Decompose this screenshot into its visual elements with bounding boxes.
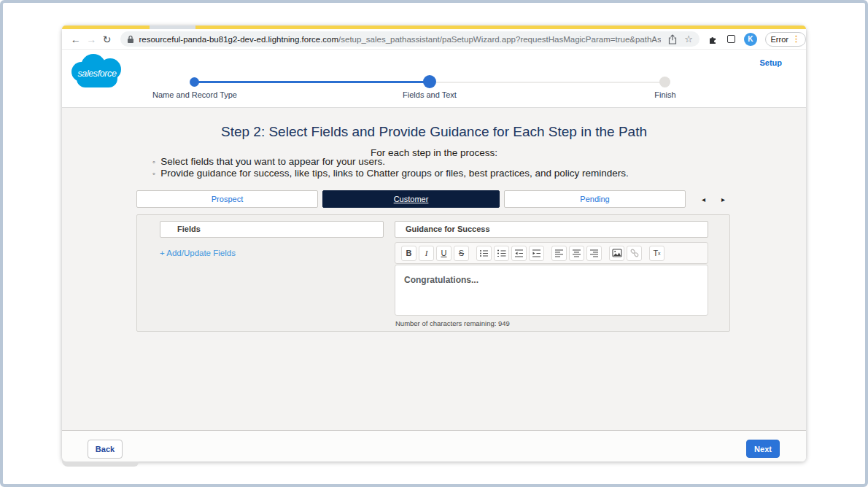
- url-text: resourceful-panda-bu81g2-dev-ed.lightnin…: [139, 35, 661, 44]
- align-left-icon[interactable]: [551, 246, 567, 261]
- progress-step-label: Finish: [600, 90, 731, 99]
- progress-step-label: Name and Record Type: [129, 90, 260, 99]
- align-right-icon[interactable]: [586, 246, 602, 261]
- url-bar[interactable]: resourceful-panda-bu81g2-dev-ed.lightnin…: [120, 31, 700, 47]
- wizard-header: salesforce Setup Name and Record Type Fi…: [62, 50, 806, 108]
- salesforce-logo-text: salesforce: [71, 69, 123, 79]
- error-button-label: Error: [771, 35, 788, 44]
- wizard-footer: Back Next: [62, 430, 806, 461]
- salesforce-logo: salesforce: [71, 52, 124, 96]
- extensions-puzzle-icon[interactable]: [708, 34, 718, 44]
- instruction-item: Select fields that you want to appear fo…: [152, 156, 629, 168]
- reload-icon[interactable]: ↻: [99, 34, 115, 45]
- forward-arrow-icon[interactable]: →: [83, 34, 98, 45]
- tab-prospect[interactable]: Prospect: [136, 190, 318, 208]
- tabs-prev-arrow-icon[interactable]: ◂: [699, 195, 708, 203]
- add-update-fields-link[interactable]: + Add/Update Fields: [160, 249, 236, 257]
- indent-icon[interactable]: [529, 246, 544, 261]
- back-button[interactable]: Back: [88, 440, 123, 459]
- bold-icon[interactable]: B: [401, 246, 416, 261]
- tab-pending[interactable]: Pending: [504, 190, 686, 208]
- tab-customer[interactable]: Customer: [322, 190, 500, 208]
- insert-link-icon[interactable]: [627, 246, 642, 261]
- char-count-label: Number of characters remaining: 949: [395, 319, 510, 327]
- progress-line-upcoming: [430, 82, 665, 83]
- bullet-list-icon[interactable]: [476, 246, 492, 261]
- align-center-icon[interactable]: [569, 246, 584, 261]
- profile-avatar[interactable]: K: [744, 33, 757, 46]
- underline-icon[interactable]: U: [436, 246, 452, 261]
- italic-icon[interactable]: I: [419, 246, 434, 261]
- clear-format-icon[interactable]: Tx: [649, 246, 664, 261]
- progress-line-complete: [195, 81, 430, 83]
- wizard-content: Step 2: Select Fields and Provide Guidan…: [62, 108, 806, 430]
- setup-link[interactable]: Setup: [759, 58, 782, 67]
- step-config-panel: Fields + Add/Update Fields Guidance for …: [136, 214, 730, 332]
- path-step-tabs: Prospect Customer Pending ◂ ▸: [136, 190, 728, 208]
- insert-image-icon[interactable]: [609, 246, 624, 261]
- progress-dot-fields-and-text: [423, 75, 436, 88]
- browser-window: ← → ↻ resourceful-panda-bu81g2-dev-ed.li…: [62, 26, 806, 461]
- next-button[interactable]: Next: [746, 440, 780, 458]
- bookmark-star-icon[interactable]: ☆: [684, 34, 693, 44]
- numbered-list-icon[interactable]: [494, 246, 509, 261]
- error-button[interactable]: Error ⋮: [765, 32, 806, 47]
- tabs-next-arrow-icon[interactable]: ▸: [718, 195, 728, 203]
- tab-overview-icon[interactable]: [727, 35, 735, 43]
- instruction-item: Provide guidance for success, like tips,…: [152, 168, 629, 179]
- share-icon[interactable]: [668, 34, 677, 44]
- instruction-list: Select fields that you want to appear fo…: [152, 156, 629, 179]
- progress-step-label: Fields and Text: [364, 90, 495, 99]
- guidance-section-header: Guidance for Success: [395, 221, 708, 238]
- page-title: Step 2: Select Fields and Provide Guidan…: [62, 124, 806, 140]
- guidance-editor[interactable]: Congratulations...: [395, 265, 708, 316]
- progress-dot-name-and-record-type: [190, 77, 199, 87]
- outdent-icon[interactable]: [511, 246, 527, 261]
- lock-icon: [127, 35, 134, 44]
- kebab-menu-icon: ⋮: [792, 34, 800, 44]
- strikethrough-icon[interactable]: S: [454, 246, 469, 261]
- back-arrow-icon[interactable]: ←: [68, 34, 83, 45]
- browser-toolbar: ← → ↻ resourceful-panda-bu81g2-dev-ed.li…: [62, 29, 806, 50]
- richtext-toolbar: B I U S: [395, 242, 708, 264]
- progress-dot-finish: [659, 77, 670, 87]
- fields-section-header: Fields: [160, 221, 384, 238]
